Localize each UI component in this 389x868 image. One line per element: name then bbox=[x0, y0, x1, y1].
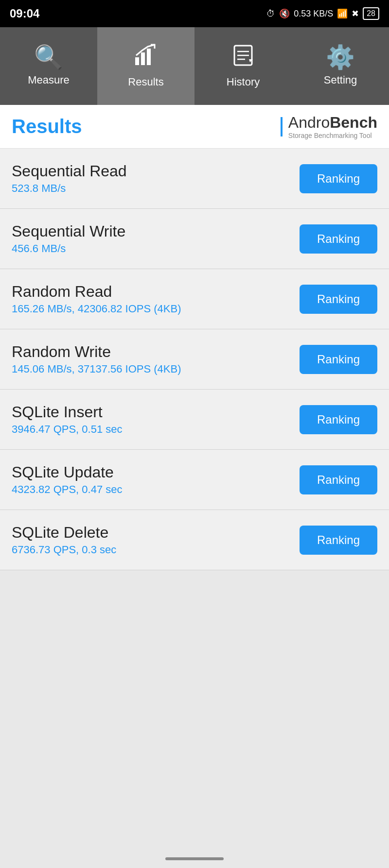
svg-rect-1 bbox=[141, 52, 145, 65]
result-value: 4323.82 QPS, 0.47 sec bbox=[12, 483, 300, 496]
results-list: Sequential Read523.8 MB/sRankingSequenti… bbox=[0, 149, 389, 570]
result-name: Sequential Write bbox=[12, 222, 300, 240]
result-item: Random Read165.26 MB/s, 42306.82 IOPS (4… bbox=[0, 269, 389, 329]
sim-icon: ✖ bbox=[352, 8, 359, 19]
nav-bar: 🔍 Measure Results History ⚙ bbox=[0, 27, 389, 105]
results-icon bbox=[133, 44, 159, 71]
result-info: SQLite Delete6736.73 QPS, 0.3 sec bbox=[12, 524, 300, 556]
result-item: SQLite Delete6736.73 QPS, 0.3 secRanking bbox=[0, 510, 389, 570]
result-name: Sequential Read bbox=[12, 162, 300, 180]
result-value: 3946.47 QPS, 0.51 sec bbox=[12, 423, 300, 436]
brand-name: AndroBench bbox=[288, 114, 377, 132]
result-info: SQLite Insert3946.47 QPS, 0.51 sec bbox=[12, 403, 300, 436]
speed-value: 0.53 KB/S bbox=[294, 9, 333, 19]
mute-icon: 🔇 bbox=[279, 8, 290, 19]
home-indicator bbox=[165, 857, 224, 860]
nav-item-history[interactable]: History bbox=[194, 27, 292, 105]
result-info: SQLite Update4323.82 QPS, 0.47 sec bbox=[12, 463, 300, 496]
nav-item-measure[interactable]: 🔍 Measure bbox=[0, 27, 97, 105]
ranking-button[interactable]: Ranking bbox=[300, 164, 377, 193]
brand-divider bbox=[281, 117, 283, 136]
svg-rect-2 bbox=[147, 49, 151, 65]
result-info: Sequential Write456.6 MB/s bbox=[12, 222, 300, 255]
result-item: Sequential Write456.6 MB/sRanking bbox=[0, 209, 389, 269]
battery-indicator: 28 bbox=[363, 7, 379, 20]
svg-rect-0 bbox=[135, 57, 139, 65]
nav-item-setting[interactable]: ⚙️ Setting bbox=[292, 27, 389, 105]
result-item: Sequential Read523.8 MB/sRanking bbox=[0, 149, 389, 209]
nav-label-history: History bbox=[227, 76, 260, 88]
result-value: 165.26 MB/s, 42306.82 IOPS (4KB) bbox=[12, 303, 300, 315]
nav-item-results[interactable]: Results bbox=[97, 27, 194, 105]
result-name: Random Read bbox=[12, 283, 300, 301]
speed-icon: ⏱ bbox=[266, 9, 275, 19]
result-info: Random Read165.26 MB/s, 42306.82 IOPS (4… bbox=[12, 283, 300, 315]
ranking-button[interactable]: Ranking bbox=[300, 405, 377, 434]
page-title: Results bbox=[12, 116, 82, 137]
result-info: Sequential Read523.8 MB/s bbox=[12, 162, 300, 195]
ranking-button[interactable]: Ranking bbox=[300, 526, 377, 555]
measure-icon: 🔍 bbox=[34, 46, 63, 69]
result-item: SQLite Update4323.82 QPS, 0.47 secRankin… bbox=[0, 450, 389, 510]
wifi-icon: 📶 bbox=[337, 8, 348, 19]
setting-icon: ⚙️ bbox=[326, 46, 355, 69]
result-value: 6736.73 QPS, 0.3 sec bbox=[12, 544, 300, 556]
result-name: SQLite Delete bbox=[12, 524, 300, 542]
result-name: SQLite Update bbox=[12, 463, 300, 481]
result-name: Random Write bbox=[12, 343, 300, 361]
ranking-button[interactable]: Ranking bbox=[300, 285, 377, 314]
result-value: 145.06 MB/s, 37137.56 IOPS (4KB) bbox=[12, 363, 300, 375]
status-icons: ⏱ 🔇 0.53 KB/S 📶 ✖ 28 bbox=[266, 7, 379, 20]
brand-tagline: Storage Benchmarking Tool bbox=[288, 132, 377, 139]
ranking-button[interactable]: Ranking bbox=[300, 224, 377, 254]
result-value: 456.6 MB/s bbox=[12, 242, 300, 255]
result-item: SQLite Insert3946.47 QPS, 0.51 secRankin… bbox=[0, 390, 389, 450]
footer-area bbox=[0, 570, 389, 765]
history-icon bbox=[231, 44, 255, 71]
nav-label-measure: Measure bbox=[28, 74, 70, 86]
ranking-button[interactable]: Ranking bbox=[300, 465, 377, 494]
result-item: Random Write145.06 MB/s, 37137.56 IOPS (… bbox=[0, 329, 389, 390]
nav-label-setting: Setting bbox=[324, 74, 357, 86]
page-header: Results AndroBench Storage Benchmarking … bbox=[0, 105, 389, 149]
status-bar: 09:04 ⏱ 🔇 0.53 KB/S 📶 ✖ 28 bbox=[0, 0, 389, 27]
brand-logo: AndroBench Storage Benchmarking Tool bbox=[281, 114, 377, 139]
ranking-button[interactable]: Ranking bbox=[300, 345, 377, 374]
result-info: Random Write145.06 MB/s, 37137.56 IOPS (… bbox=[12, 343, 300, 375]
result-value: 523.8 MB/s bbox=[12, 182, 300, 195]
nav-label-results: Results bbox=[128, 76, 163, 88]
result-name: SQLite Insert bbox=[12, 403, 300, 421]
status-time: 09:04 bbox=[10, 7, 39, 20]
